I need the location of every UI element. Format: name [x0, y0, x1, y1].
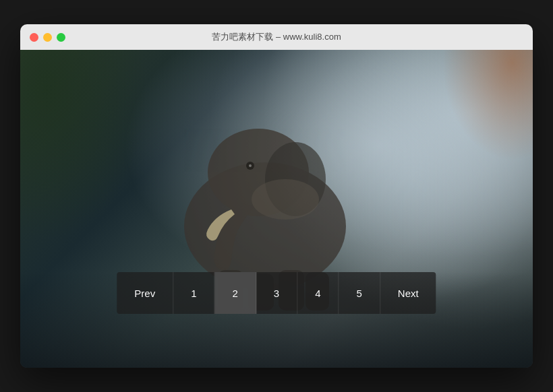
titlebar: 苦力吧素材下载 – www.kuli8.com	[20, 24, 533, 50]
page-1-button[interactable]: 1	[173, 272, 214, 314]
prev-button[interactable]: Prev	[117, 272, 173, 314]
browser-window: 苦力吧素材下载 – www.kuli8.com	[20, 24, 533, 368]
svg-point-9	[252, 179, 319, 220]
page-3-button[interactable]: 3	[256, 272, 297, 314]
page-5-button[interactable]: 5	[339, 272, 380, 314]
page-title: 苦力吧素材下载 – www.kuli8.com	[212, 31, 341, 43]
foliage-left	[20, 50, 148, 240]
next-button[interactable]: Next	[380, 272, 436, 314]
pagination-bar: Prev 1 2 3 4 5 Next	[117, 272, 436, 314]
minimize-button[interactable]	[43, 33, 52, 42]
traffic-lights	[30, 33, 65, 42]
svg-point-4	[249, 164, 252, 167]
page-4-button[interactable]: 4	[297, 272, 339, 314]
close-button[interactable]	[30, 33, 38, 42]
background-image: Prev 1 2 3 4 5 Next	[20, 50, 533, 368]
browser-content: Prev 1 2 3 4 5 Next	[20, 50, 533, 368]
foliage-right	[430, 50, 533, 177]
page-2-button[interactable]: 2	[214, 272, 256, 314]
maximize-button[interactable]	[57, 33, 65, 42]
